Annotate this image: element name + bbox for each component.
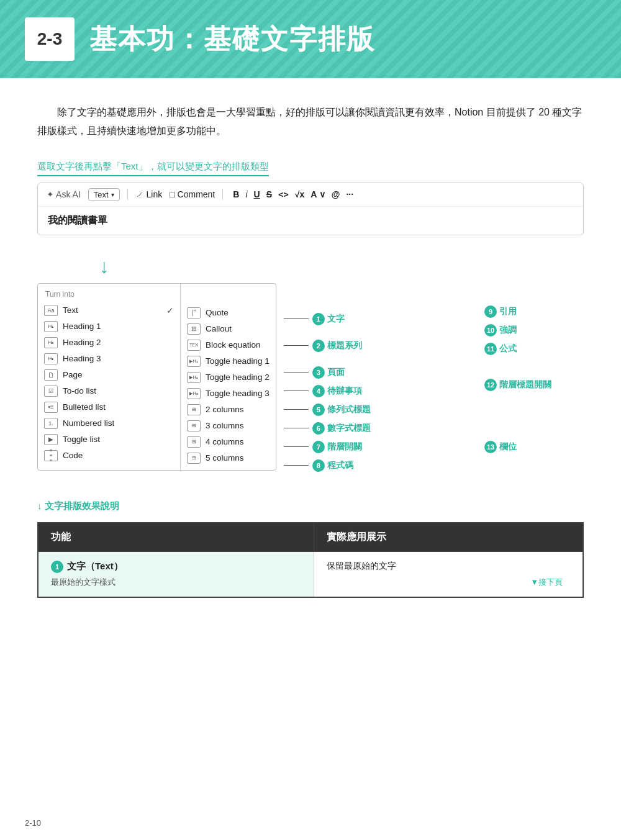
arrow-container: ↓ <box>37 255 584 278</box>
callout-label: Callout <box>206 324 270 333</box>
menu-item-toggle-h2[interactable]: ▶H₂ Toggle heading 2 <box>181 369 276 386</box>
color-button[interactable]: A ∨ <box>310 189 325 199</box>
func-desc: 最原始的文字樣式 <box>51 577 301 588</box>
toolbar-section: 選取文字後再點擊「Text」，就可以變更文字的排版類型 ✦ Ask AI Tex… <box>37 161 584 235</box>
annot-1: 1 文字 <box>284 310 484 328</box>
math-button[interactable]: √x <box>295 189 304 199</box>
code-button[interactable]: <> <box>278 189 289 199</box>
annot-7: 7 階層開關 <box>284 438 484 456</box>
menu-item-toggle-h1[interactable]: ▶H₁ Toggle heading 1 <box>181 353 276 369</box>
badge-7: 7 <box>312 441 325 453</box>
strikethrough-button[interactable]: S <box>266 189 272 199</box>
func-title: 文字（Text） <box>67 561 123 572</box>
page-body: 除了文字的基礎應用外，排版也會是一大學習重點，好的排版可以讓你閱讀資訊更有效率，… <box>0 103 621 635</box>
menu-item-h1[interactable]: H₁ Heading 1 <box>38 318 180 335</box>
menu-item-2col[interactable]: ⊞ 2 columns <box>181 402 276 418</box>
quote-label: Quote <box>206 308 270 317</box>
feature-table: 功能 實際應用展示 1 文字（Text） 最原始的文字樣式 保留最原始的文字 <box>37 522 584 598</box>
table-header-func: 功能 <box>38 523 314 552</box>
annot-label-2: 標題系列 <box>327 340 362 351</box>
ask-ai-button[interactable]: ✦ Ask AI <box>47 189 81 199</box>
annot-5: 5 條列式標題 <box>284 401 484 418</box>
comment-button[interactable]: □ Comment <box>170 189 215 199</box>
h3-label: Heading 3 <box>63 354 174 363</box>
menu-item-callout[interactable]: ⊟ Callout <box>181 321 276 337</box>
text-type-pill[interactable]: Text ▾ <box>88 188 120 201</box>
toggle-h3-label: Toggle heading 3 <box>206 389 270 398</box>
menu-item-toggle[interactable]: ▶ Toggle list <box>38 431 180 448</box>
annot-3: 3 頁面 <box>284 364 484 381</box>
table-caption: ↓ 文字排版效果說明 <box>37 500 584 512</box>
2col-icon: ⊞ <box>187 404 201 415</box>
badge-8: 8 <box>312 459 325 472</box>
text-type-label: Text <box>94 190 109 199</box>
menu-item-4col[interactable]: ⊞ 4 columns <box>181 434 276 450</box>
code-label: Code <box>63 451 174 460</box>
page-header: 2-3 基本功：基礎文字排版 <box>0 0 621 78</box>
menu-item-bulleted[interactable]: •≡ Bulleted list <box>38 399 180 415</box>
block-eq-icon: TEX <box>187 340 201 351</box>
badge-12: 12 <box>484 379 497 391</box>
toggle-label: Toggle list <box>63 435 174 444</box>
annot-label-12: 階層標題開關 <box>499 379 551 391</box>
toolbar-box: ✦ Ask AI Text ▾ ⟋ Link □ Comment B i U S… <box>37 183 584 235</box>
menu-item-todo[interactable]: ☑ To-do list <box>38 383 180 399</box>
menu-item-text[interactable]: Aa Text ✓ <box>38 302 180 318</box>
menu-left-col: Turn into Aa Text ✓ H₁ Heading 1 H₂ Head… <box>38 284 181 470</box>
menu-item-5col[interactable]: ⊞ 5 columns <box>181 450 276 466</box>
arrow-down-icon: ↓ <box>99 255 109 278</box>
page-number: 2-10 <box>25 818 41 828</box>
menu-item-h2[interactable]: H₂ Heading 2 <box>38 335 180 351</box>
menu-item-code[interactable]: ≡≡≡ Code <box>38 448 180 464</box>
func-title-row: 1 文字（Text） <box>51 561 301 573</box>
menu-item-h3[interactable]: H₃ Heading 3 <box>38 351 180 367</box>
annot-label-5: 條列式標題 <box>327 404 371 415</box>
badge-4: 4 <box>312 385 325 397</box>
callout-icon: ⊟ <box>187 323 201 335</box>
toggle-h1-icon: ▶H₁ <box>187 356 201 367</box>
toggle-h1-label: Toggle heading 1 <box>206 356 270 366</box>
underline-button[interactable]: U <box>254 189 260 199</box>
toggle-h2-label: Toggle heading 2 <box>206 373 270 382</box>
badge-5: 5 <box>312 404 325 416</box>
menu-item-3col[interactable]: ⊞ 3 columns <box>181 418 276 434</box>
mention-button[interactable]: @ <box>332 189 340 199</box>
toggle-icon: ▶ <box>44 434 58 445</box>
annot-9: 9 引用 <box>484 303 584 320</box>
connector-2 <box>284 345 309 346</box>
h1-label: Heading 1 <box>63 322 174 331</box>
toolbar-bar: ✦ Ask AI Text ▾ ⟋ Link □ Comment B i U S… <box>38 183 583 207</box>
chapter-badge: 2-3 <box>25 17 75 61</box>
menu-item-numbered[interactable]: 1. Numbered list <box>38 415 180 431</box>
annot-10: 10 強調 <box>484 322 584 339</box>
menu-header-label: Turn into <box>38 287 180 302</box>
bold-button[interactable]: B <box>233 189 239 199</box>
menu-item-page[interactable]: 🗋 Page <box>38 367 180 383</box>
menu-item-quote[interactable]: |" Quote <box>181 305 276 321</box>
right-annotations: 9 引用 10 強調 11 公式 12 階層標題開關 13 欄位 <box>484 283 584 482</box>
bulleted-icon: •≡ <box>44 402 58 413</box>
badge-6: 6 <box>312 422 325 435</box>
toolbar-divider <box>127 189 128 200</box>
italic-button[interactable]: i <box>245 189 247 199</box>
link-button[interactable]: ⟋ Link <box>135 189 163 199</box>
annot-label-6: 數字式標題 <box>327 423 371 434</box>
todo-label: To-do list <box>63 386 174 395</box>
menu-item-block-eq[interactable]: TEX Block equation <box>181 337 276 353</box>
badge-2: 2 <box>312 340 325 352</box>
annot-label-7: 階層開關 <box>327 441 362 453</box>
more-button[interactable]: ··· <box>346 189 353 199</box>
chevron-down-icon: ▾ <box>111 191 114 198</box>
4col-icon: ⊞ <box>187 436 201 448</box>
h2-label: Heading 2 <box>63 338 174 347</box>
turn-into-menu: Turn into Aa Text ✓ H₁ Heading 1 H₂ Head… <box>37 283 276 471</box>
annot-4: 4 待辦事項 <box>284 382 484 400</box>
intro-paragraph: 除了文字的基礎應用外，排版也會是一大學習重點，好的排版可以讓你閱讀資訊更有效率，… <box>37 103 584 141</box>
h1-icon: H₁ <box>44 321 58 332</box>
menu-item-toggle-h3[interactable]: ▶H₃ Toggle heading 3 <box>181 386 276 402</box>
badge-11: 11 <box>484 343 497 355</box>
h2-icon: H₂ <box>44 337 58 348</box>
page-icon: 🗋 <box>44 369 58 381</box>
code-icon: ≡≡≡ <box>44 450 58 461</box>
main-diagram: Turn into Aa Text ✓ H₁ Heading 1 H₂ Head… <box>37 283 584 482</box>
